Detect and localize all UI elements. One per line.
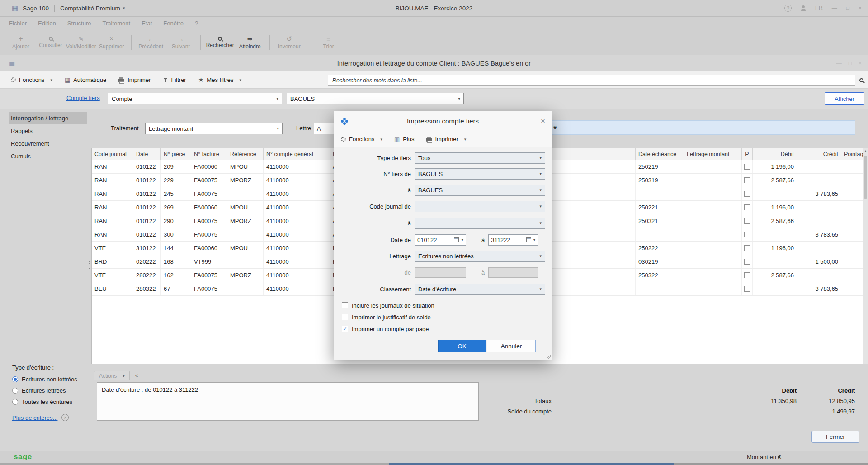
compte-tiers-link[interactable]: Compte tiers	[66, 95, 100, 101]
mes-filtres-button[interactable]: ★ Mes filtres ▾	[198, 76, 241, 83]
range-from-input	[415, 267, 466, 278]
menu-item-fenetre[interactable]: Fenêtre	[163, 20, 184, 27]
column-header-p[interactable]: P	[742, 148, 753, 160]
column-header-lettrage-montant[interactable]: Lettrage montant	[684, 148, 742, 160]
toolbar-button-atteindre[interactable]: Atteindre	[236, 32, 264, 53]
dialog-close-icon[interactable]: ×	[541, 117, 545, 125]
cell-n-piece: 67	[161, 282, 191, 295]
menu-item-item[interactable]: ?	[195, 20, 198, 27]
clear-criteria-icon[interactable]: ×	[61, 414, 69, 421]
pointage-checkbox[interactable]	[744, 164, 750, 170]
search-icon[interactable]	[859, 78, 863, 82]
sidebar-item-interrogation-lettrage[interactable]: Interrogation / lettrage	[9, 112, 87, 124]
scroll-up-icon[interactable]: ▴	[863, 148, 868, 154]
column-header-n-compte-general[interactable]: N° compte général	[264, 148, 330, 160]
toolbar-button-rechercher[interactable]: Rechercher	[206, 32, 235, 53]
menu-item-structure[interactable]: Structure	[67, 20, 91, 27]
radio-option-ecritures-lettrees[interactable]: Ecritures lettrées	[12, 385, 94, 396]
doc-minimize-button[interactable]: —	[836, 60, 842, 66]
cell-debit: 2 587,66	[753, 269, 797, 282]
list-search	[328, 75, 863, 86]
combo-lettrage-6[interactable]: Ecritures non lettrées▾	[415, 251, 545, 262]
debit-header: Débit	[552, 387, 797, 394]
sidebar-item-recouvrement[interactable]: Recouvrement	[9, 138, 87, 150]
collapse-icon[interactable]: <	[135, 373, 138, 379]
splitter-handle[interactable]	[87, 148, 91, 364]
close-button[interactable]: ×	[859, 5, 862, 11]
pointage-checkbox[interactable]	[744, 259, 750, 265]
vertical-scrollbar[interactable]: ▴	[863, 148, 868, 364]
doc-close-button[interactable]: ×	[859, 60, 862, 66]
checkbox-box[interactable]	[342, 326, 348, 332]
cancel-button[interactable]: Annuler	[487, 340, 536, 352]
scrollbar-thumb[interactable]	[864, 156, 867, 199]
dialog-row-date-de-5: Date de010122▾à311222▾	[334, 234, 552, 246]
combo-type-de-tiers-0[interactable]: Tous▾	[415, 152, 545, 164]
sidebar-item-cumuls[interactable]: Cumuls	[9, 150, 87, 162]
pointage-checkbox[interactable]	[744, 232, 750, 237]
column-header-date-echeance[interactable]: Date échéance	[636, 148, 684, 160]
radio-option-ecritures-non-lettrees[interactable]: Ecritures non lettrées	[12, 374, 94, 385]
help-icon[interactable]: ?	[784, 5, 792, 12]
pointage-checkbox[interactable]	[744, 245, 750, 251]
column-header-credit[interactable]: Crédit	[797, 148, 841, 160]
minimize-button[interactable]: —	[832, 5, 837, 11]
criteria-options: Ecritures non lettréesEcritures lettrées…	[12, 374, 94, 408]
cell-pointage	[841, 187, 863, 200]
pointage-checkbox[interactable]	[744, 177, 750, 183]
menu-item-edition[interactable]: Edition	[38, 20, 56, 27]
imprimer-button[interactable]: Imprimer	[118, 76, 151, 83]
resize-grip[interactable]	[546, 354, 551, 359]
checkbox-inclure-les-journaux-de-situation[interactable]: Inclure les journaux de situation	[342, 301, 434, 309]
pointage-checkbox[interactable]	[744, 286, 750, 292]
pointage-checkbox[interactable]	[744, 191, 750, 197]
afficher-button[interactable]: Afficher	[825, 92, 864, 105]
menu-item-traitement[interactable]: Traitement	[103, 20, 131, 27]
combo-n-tiers-de-1[interactable]: BAGUES▾	[415, 168, 545, 180]
fermer-button[interactable]: Fermer	[811, 431, 859, 443]
radio-option-toutes-les-ecritures[interactable]: Toutes les écritures	[12, 396, 94, 408]
column-header-date[interactable]: Date	[133, 148, 161, 160]
filtrer-button[interactable]: Filtrer	[163, 76, 186, 83]
ok-button[interactable]: OK	[438, 340, 486, 352]
date-from-input[interactable]: 010122▾	[415, 234, 466, 246]
sidebar-item-rappels[interactable]: Rappels	[9, 125, 87, 137]
date-to-input[interactable]: 311222▾	[488, 234, 538, 246]
toolbar-button-label: Atteindre	[239, 43, 261, 50]
column-header-n-piece[interactable]: N° pièce	[161, 148, 191, 160]
product-menu[interactable]: Comptabilité Premium	[60, 5, 120, 12]
column-header-debit[interactable]: Débit	[753, 148, 797, 160]
column-header-code-journal[interactable]: Code journal	[92, 148, 133, 160]
pointage-checkbox[interactable]	[744, 272, 750, 278]
combo-a-2[interactable]: BAGUES▾	[415, 185, 545, 196]
more-criteria-link[interactable]: Plus de critères...	[12, 414, 57, 421]
checkbox-imprimer-un-compte-par-page[interactable]: Imprimer un compte par page	[342, 325, 429, 333]
cell-credit	[797, 269, 841, 282]
column-header-reference[interactable]: Référence	[227, 148, 264, 160]
pointage-checkbox[interactable]	[744, 218, 750, 224]
combo-code-journal-de-3[interactable]: ▾	[415, 201, 545, 212]
account-type-select[interactable]: Compte ▾	[108, 93, 282, 104]
account-select[interactable]: BAGUES ▾	[287, 93, 464, 104]
user-icon[interactable]	[801, 5, 806, 11]
automatique-button[interactable]: ▦ Automatique	[65, 76, 106, 83]
pointage-checkbox[interactable]	[744, 204, 750, 210]
maximize-button[interactable]: □	[846, 5, 849, 11]
language-indicator[interactable]: FR	[815, 5, 823, 11]
doc-maximize-button[interactable]: □	[849, 60, 852, 66]
combo-a-4[interactable]: ▾	[415, 218, 545, 229]
column-header-pointage[interactable]: Pointage	[841, 148, 863, 160]
checkbox-imprimer-le-justificatif-de-solde[interactable]: Imprimer le justificatif de solde	[342, 313, 431, 321]
menu-item-fichier[interactable]: Fichier	[9, 20, 27, 27]
checkbox-box[interactable]	[342, 302, 348, 308]
traitement-select[interactable]: Lettrage montant ▾	[145, 123, 283, 134]
checkbox-box[interactable]	[342, 314, 348, 320]
column-header-n-facture[interactable]: N° facture	[191, 148, 227, 160]
fonctions-button[interactable]: Fonctions ▾	[11, 76, 52, 83]
menu-item-etat[interactable]: Etat	[142, 20, 152, 27]
combo-classement-8[interactable]: Date d'écriture▾	[415, 284, 545, 295]
filter-icon	[163, 78, 168, 82]
cell-n-piece: 269	[161, 201, 191, 214]
lettre-input[interactable]: A	[314, 123, 336, 134]
list-search-input[interactable]	[328, 75, 855, 86]
